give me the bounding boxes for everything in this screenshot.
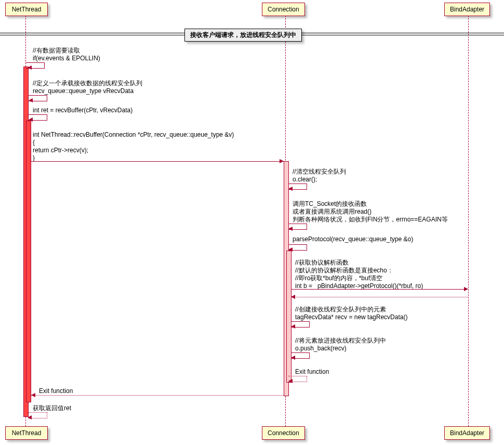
arrow-13 [28,415,32,420]
participant-connection-top: Connection [262,3,305,16]
msg-tc-socket-l2: 或者直接调用系统调用read() [293,208,372,215]
arrow-11 [288,379,293,383]
msg-parse-protocol: parseProtocol(recv_queue::queue_type &o) [293,235,413,243]
msg-data-read: //有数据需要读取 if(ev.events & EPOLLIN) [33,47,100,62]
arrow-3 [29,117,33,122]
msg-clear-queue-l2: o.clear(); [293,176,317,183]
msg-recv-buffer-fn: int NetThread::recvBuffer(Connection *cP… [33,131,234,162]
msg-recv-buffer-fn-l1: int NetThread::recvBuffer(Connection *cP… [33,131,234,138]
participant-bind-adapter-top: BindAdapter [444,3,490,16]
msg-tc-socket-l1: 调用TC_Socket的接收函数 [293,200,367,207]
msg-push-back-l1: //将元素放进接收线程安全队列中 [295,337,386,344]
arrow-4 [280,159,284,163]
msg-tc-socket-l3: 判断各种网络状况，如收到FIN分节，errno==EAGAIN等 [293,216,448,223]
msg-get-protocol-l4: int b = _pBindAdapter->getProtocol()(*rb… [295,282,423,290]
participant-net-thread-top: NetThread [5,3,48,16]
arrow-12 [31,393,35,397]
msg-recv-buffer: int ret = recvBuffer(cPtr, vRecvData) [33,107,132,114]
arrow-5 [288,187,293,191]
line-8 [291,289,468,290]
msg-data-read-l2: if(ev.events & EPOLLIN) [33,55,100,62]
divider-title: 接收客户端请求，放进线程安全队列中 [184,29,302,42]
msg-recv-queue-def: //定义一个承载接收数据的线程安全队列 recv_queue::queue_ty… [33,80,142,95]
msg-recv-buffer-fn-l3: return cPtr->recv(v); [33,147,88,154]
arrow-10 [291,356,295,360]
arrow-7 [288,247,293,252]
msg-clear-queue: //清空线程安全队列 o.clear(); [293,168,346,184]
arrow-8 [464,287,468,291]
lifeline-bind-adapter [468,16,469,426]
msg-recv-buffer-fn-l2: { [33,139,35,146]
msg-exit-2: Exit function [39,387,73,395]
msg-push-back-l2: o.push_back(recv) [295,345,347,352]
msg-recv-buffer-fn-l4: } [33,154,35,162]
arrow-2 [29,98,33,102]
msg-exit-1: Exit function [295,368,329,376]
msg-push-back: //将元素放进接收线程安全队列中 o.push_back(recv) [295,337,386,352]
arrow-6 [288,227,293,231]
msg-tag-recv-data-l1: //创建接收线程安全队列中的元素 [295,306,386,313]
msg-ret: 获取返回值ret [33,404,71,412]
msg-tc-socket: 调用TC_Socket的接收函数 或者直接调用系统调用read() 判断各种网络… [293,200,448,224]
arrow-1 [28,66,32,70]
msg-recv-queue-def-l1: //定义一个承载接收数据的线程安全队列 [33,80,142,87]
line-8-return [291,297,468,297]
line-12 [31,395,284,396]
msg-get-protocol: //获取协议解析函数 //默认的协议解析函数是直接echo： //即ro获取*b… [295,259,423,290]
msg-recv-queue-def-l2: recv_queue::queue_type vRecvData [33,87,134,95]
participant-net-thread-bottom: NetThread [5,426,48,440]
msg-get-protocol-l2: //默认的协议解析函数是直接echo： [295,267,393,274]
activation-connection-nested [286,251,291,383]
msg-tag-recv-data-l2: tagRecvData* recv = new tagRecvData() [295,313,407,321]
participant-connection-bottom: Connection [262,426,305,440]
participant-bind-adapter-bottom: BindAdapter [444,426,490,440]
msg-get-protocol-l3: //即ro获取*buf的内容，*buf清空 [295,274,382,282]
msg-tag-recv-data: //创建接收线程安全队列中的元素 tagRecvData* recv = new… [295,306,407,321]
msg-get-protocol-l1: //获取协议解析函数 [295,259,349,266]
msg-clear-queue-l1: //清空线程安全队列 [293,168,346,175]
line-4 [31,161,284,162]
arrow-9 [291,324,295,329]
arrow-8-return [291,295,295,299]
activation-net-thread-nested [26,121,31,402]
msg-data-read-l1: //有数据需要读取 [33,47,80,54]
